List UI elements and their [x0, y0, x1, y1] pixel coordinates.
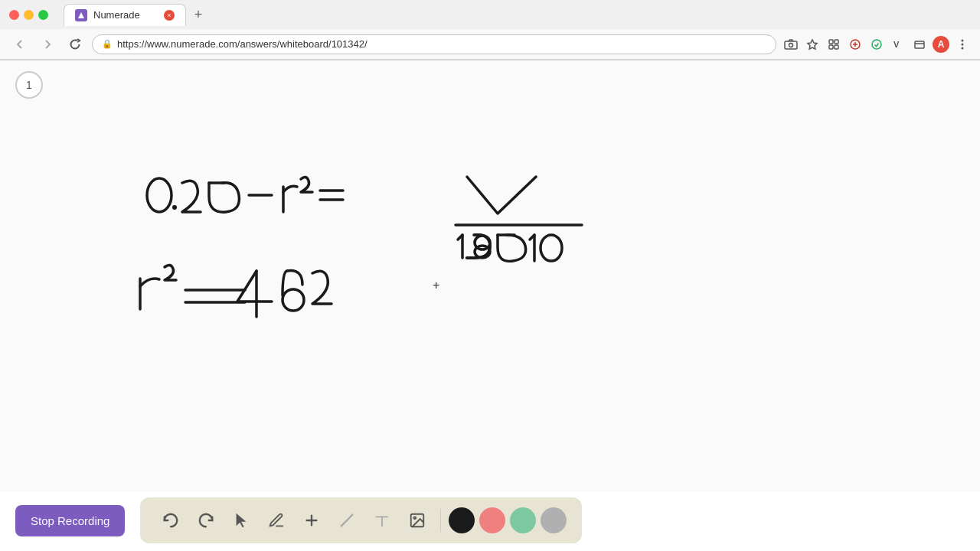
toolbar-divider — [440, 509, 441, 532]
svg-point-16 — [147, 178, 172, 212]
profile-avatar[interactable]: A — [933, 36, 949, 53]
color-black-button[interactable] — [449, 507, 475, 533]
extension2-button[interactable] — [847, 36, 864, 53]
add-button[interactable] — [296, 505, 327, 536]
bottom-bar: Stop Recording — [0, 490, 980, 551]
title-bar: Numerade × + — [0, 0, 980, 29]
svg-point-13 — [962, 39, 964, 41]
back-button[interactable] — [9, 34, 31, 55]
svg-point-14 — [962, 43, 964, 45]
menu-button[interactable] — [954, 36, 971, 53]
color-pink-button[interactable] — [479, 507, 505, 533]
undo-button[interactable] — [155, 505, 186, 536]
svg-point-9 — [872, 40, 881, 49]
redo-button[interactable] — [191, 505, 221, 536]
new-tab-button[interactable]: + — [188, 5, 209, 26]
svg-point-17 — [172, 205, 177, 210]
color-green-button[interactable] — [510, 507, 536, 533]
svg-point-37 — [414, 517, 416, 519]
svg-rect-5 — [835, 40, 838, 44]
maximize-button[interactable] — [38, 10, 48, 20]
svg-line-33 — [341, 515, 353, 527]
nav-actions: V A — [782, 36, 971, 53]
svg-point-29 — [283, 289, 304, 311]
extension4-button[interactable]: V — [890, 36, 906, 53]
svg-marker-3 — [808, 40, 817, 49]
svg-marker-0 — [78, 12, 84, 18]
close-button[interactable] — [9, 10, 19, 20]
svg-point-26 — [541, 235, 562, 261]
address-bar[interactable]: 🔒 https://www.numerade.com/answers/white… — [92, 34, 776, 54]
svg-point-15 — [962, 47, 964, 49]
nav-bar: 🔒 https://www.numerade.com/answers/white… — [0, 29, 980, 60]
window-button[interactable] — [911, 36, 928, 53]
whiteboard-drawing — [0, 60, 980, 492]
whiteboard[interactable]: 1 + — [0, 60, 980, 492]
tab-bar: Numerade × + — [54, 4, 218, 26]
eraser-button[interactable] — [332, 505, 362, 536]
svg-rect-4 — [829, 40, 833, 44]
svg-rect-7 — [835, 45, 838, 49]
lock-icon: 🔒 — [102, 39, 113, 49]
bookmark-star-button[interactable] — [804, 36, 821, 53]
extension3-button[interactable] — [868, 36, 885, 53]
tab-favicon — [75, 9, 87, 21]
forward-button[interactable] — [37, 34, 58, 55]
drawing-toolbar — [140, 497, 582, 543]
svg-marker-30 — [237, 514, 247, 527]
stop-recording-button[interactable]: Stop Recording — [15, 505, 125, 536]
image-button[interactable] — [402, 505, 433, 536]
tab-title: Numerade — [93, 9, 140, 21]
tab-close-button[interactable]: × — [164, 10, 175, 21]
browser-chrome: Numerade × + 🔒 https: — [0, 0, 980, 60]
color-gray-button[interactable] — [541, 507, 567, 533]
pen-tool-button[interactable] — [261, 505, 292, 536]
active-tab[interactable]: Numerade × — [64, 4, 186, 26]
url-text: https://www.numerade.com/answers/whitebo… — [117, 38, 368, 50]
extension1-button[interactable] — [825, 36, 842, 53]
svg-text:V: V — [893, 40, 900, 49]
window-controls — [9, 10, 48, 20]
svg-rect-1 — [785, 41, 797, 49]
minimize-button[interactable] — [24, 10, 34, 20]
svg-point-2 — [789, 43, 793, 47]
svg-rect-11 — [915, 41, 924, 48]
text-tool-button[interactable] — [367, 505, 397, 536]
refresh-button[interactable] — [64, 34, 86, 55]
svg-rect-6 — [829, 45, 833, 49]
camera-button[interactable] — [782, 36, 799, 53]
select-tool-button[interactable] — [226, 505, 256, 536]
